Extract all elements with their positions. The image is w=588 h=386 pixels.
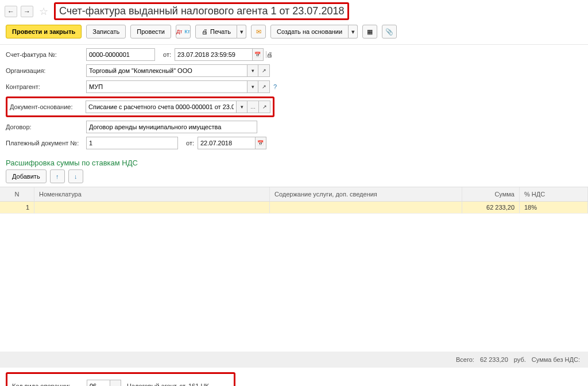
basis-label: Документ-основание: [10,103,86,110]
organization-label: Организация: [6,67,86,74]
invoice-number-input[interactable] [86,48,155,61]
counterparty-dropdown-toggle[interactable]: ▾ [247,80,258,93]
invoice-date-input[interactable] [175,48,252,61]
email-button[interactable]: ✉ [251,25,266,38]
col-sum: Сумма [462,187,520,201]
cell-n: 1 [0,202,34,213]
basis-input[interactable] [86,101,236,113]
create-based-button[interactable]: Создать на основании [270,25,349,38]
move-down-button[interactable]: ↓ [68,169,83,183]
basis-dropdown-toggle[interactable]: ▾ [236,101,247,113]
cell-sum: 62 233,20 [462,202,520,213]
dtkt-button[interactable]: ДтКт [176,25,191,38]
vat-grid: N Номенклатура Содержание услуги, доп. с… [0,187,588,352]
organization-open-button[interactable]: ↗ [258,64,270,77]
contract-label: Договор: [6,123,86,130]
paydoc-date-input[interactable] [198,137,255,149]
total-value: 62 233,20 [480,356,508,363]
novat-label: Сумма без НДС: [532,356,580,363]
attach-button[interactable]: 📎 [382,25,397,38]
vat-breakdown-title: Расшифровка суммы по ставкам НДС [0,156,588,169]
paperclip-icon: 📎 [385,28,393,36]
table-row[interactable]: 1 62 233,20 18% [0,202,588,214]
arrow-down-icon: ↓ [74,173,78,180]
opcode-select-button[interactable]: … [110,380,121,386]
total-currency: руб. [514,356,526,363]
help-icon[interactable]: ? [273,83,277,90]
nav-forward-button[interactable]: → [21,6,33,17]
col-nomenclature: Номенклатура [34,187,270,201]
calendar-icon[interactable]: 📅 [255,137,266,149]
print-form-icon[interactable]: 🖨 [266,51,273,58]
counterparty-open-button[interactable]: ↗ [258,80,270,93]
col-vat: % НДС [520,187,588,201]
organization-dropdown-toggle[interactable]: ▾ [247,64,258,77]
arrow-up-icon: ↑ [56,173,59,180]
col-n: N [0,187,34,201]
organization-input[interactable] [86,64,247,77]
print-button[interactable]: 🖨 Печать [195,25,237,38]
nav-back-button[interactable]: ← [5,6,17,17]
add-row-button[interactable]: Добавить [6,169,47,183]
post-button[interactable]: Провести [130,25,171,38]
cell-vat: 18% [520,202,588,213]
cell-nomenclature [34,202,270,213]
opcode-description: Налоговый агент, ст. 161 НК [127,383,209,386]
print-dropdown-toggle[interactable]: ▾ [237,25,246,38]
basis-select-button[interactable]: … [247,101,259,113]
envelope-icon: ✉ [256,28,261,36]
calendar-icon[interactable]: 📅 [252,48,264,61]
opcode-label: Код вида операции: [12,383,87,386]
registers-button[interactable]: ▦ [362,25,377,38]
create-based-dropdown-toggle[interactable]: ▾ [349,25,358,38]
grid-empty-space [0,214,588,352]
counterparty-label: Контрагент: [6,83,86,90]
invoice-number-label: Счет-фактура №: [6,51,86,58]
paydoc-number-input[interactable] [86,137,178,149]
favorite-star-icon[interactable]: ☆ [39,5,48,18]
post-and-close-button[interactable]: Провести и закрыть [6,25,82,38]
basis-open-button[interactable]: ↗ [259,101,270,113]
registers-icon: ▦ [367,28,373,36]
move-up-button[interactable]: ↑ [50,169,65,183]
page-title: Счет-фактура выданный налогового агента … [54,2,349,20]
counterparty-input[interactable] [86,80,247,93]
total-label: Всего: [456,356,474,363]
toolbar: Провести и закрыть Записать Провести ДтК… [0,22,588,45]
write-button[interactable]: Записать [86,25,126,38]
opcode-input[interactable] [87,380,110,386]
paydoc-from-label: от: [186,140,194,146]
cell-content [270,202,462,213]
col-content: Содержание услуги, доп. сведения [270,187,462,201]
paydoc-label: Платежный документ №: [6,140,86,146]
invoice-from-label: от: [163,51,171,58]
printer-icon: 🖨 [202,28,208,35]
contract-input[interactable] [86,121,257,133]
